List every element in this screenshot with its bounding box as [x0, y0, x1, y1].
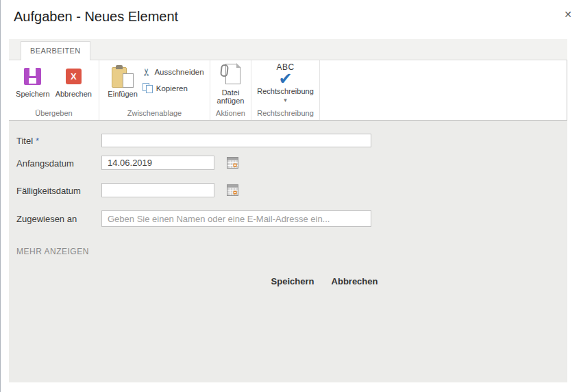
paste-button-label: Einfügen — [108, 90, 137, 98]
copy-pages-icon — [143, 83, 153, 93]
copy-button[interactable]: Kopieren — [143, 83, 204, 93]
scissors-icon: ✂ — [142, 68, 151, 77]
ribbon: Speichern X Abbrechen Übergeben — [9, 60, 567, 121]
cancel-button-label: Abbrechen — [55, 90, 92, 98]
tab-bearbeiten[interactable]: BEARBEITEN — [21, 41, 90, 60]
duedate-field-label: Fälligkeitsdatum — [16, 186, 81, 196]
duedate-calendar-icon[interactable] — [226, 184, 239, 197]
startdate-field-label: Anfangsdatum — [16, 158, 74, 169]
save-button-label: Speichern — [16, 90, 50, 98]
group-label-rechtschreibung: Rechtschreibung — [251, 109, 319, 117]
ribbon-tab-strip: BEARBEITEN — [9, 39, 567, 60]
clipboard-page — [123, 73, 134, 88]
footer-cancel-button[interactable]: Abbrechen — [325, 272, 384, 290]
startdate-input[interactable] — [101, 156, 214, 170]
save-icon-box — [24, 64, 41, 88]
ribbon-group-rechtschreibung: ABC ✔ Rechtschreibung ▾ Rechtschreibung — [251, 60, 320, 120]
startdate-calendar-icon[interactable] — [226, 156, 239, 169]
ribbon-group-zwischenablage: Einfügen ✂ Ausschneiden Kopieren Zwische… — [99, 60, 210, 120]
cut-button-label: Ausschneiden — [154, 68, 203, 76]
copy-button-label: Kopieren — [156, 84, 188, 93]
clipboard-clip — [116, 65, 123, 69]
assignedto-field-label: Zugewiesen an — [16, 214, 77, 224]
footer-save-button[interactable]: Speichern — [265, 272, 320, 290]
chevron-down-icon: ▾ — [284, 97, 287, 103]
item-form: Titel* Anfangsdatum Fälligkeitsdatum — [9, 121, 567, 382]
cancel-icon-box: X — [66, 64, 82, 88]
cancel-x-icon: X — [66, 69, 82, 84]
tab-bearbeiten-label: BEARBEITEN — [30, 47, 81, 55]
close-icon[interactable]: ✕ — [560, 7, 576, 22]
assignedto-input[interactable] — [101, 210, 371, 227]
startdate-label-text: Anfangsdatum — [16, 158, 74, 169]
ribbon-group-uebergeben: Speichern X Abbrechen Übergeben — [9, 60, 99, 120]
attach-file-label: Datei anfügen — [215, 88, 247, 105]
group-label-uebergeben: Übergeben — [9, 109, 99, 117]
paste-icon-box — [112, 64, 134, 88]
spellcheck-check-icon: ✔ — [278, 71, 292, 86]
required-asterisk: * — [36, 136, 39, 146]
title-label-text: Titel — [16, 136, 33, 146]
paperclip-icon — [220, 64, 229, 77]
group-label-zwischenablage: Zwischenablage — [99, 109, 210, 117]
cut-button[interactable]: ✂ Ausschneiden — [143, 67, 204, 77]
spellcheck-button-label: Rechtschreibung — [257, 87, 314, 95]
assignedto-label-text: Zugewiesen an — [16, 214, 77, 224]
duedate-input[interactable] — [101, 183, 214, 197]
attach-page-fold — [236, 63, 241, 68]
attach-icon-box — [220, 63, 242, 86]
dialog-content: BEARBEITEN Speichern X Abbrechen Übergeb… — [9, 39, 567, 382]
show-more-link[interactable]: MEHR ANZEIGEN — [16, 247, 89, 256]
save-floppy-icon — [24, 68, 41, 85]
title-field-label: Titel* — [16, 136, 39, 146]
title-input[interactable] — [101, 134, 371, 147]
dialog-title: Aufgaben - Neues Element — [14, 9, 178, 25]
paste-clipboard-icon — [112, 64, 134, 88]
ribbon-group-aktionen: Datei anfügen Aktionen — [210, 60, 251, 120]
dialog-left-border — [0, 0, 1, 392]
group-label-aktionen: Aktionen — [210, 109, 251, 117]
attach-file-icon — [220, 63, 242, 86]
ribbon-empty-space — [320, 60, 567, 120]
duedate-label-text: Fälligkeitsdatum — [16, 186, 81, 196]
